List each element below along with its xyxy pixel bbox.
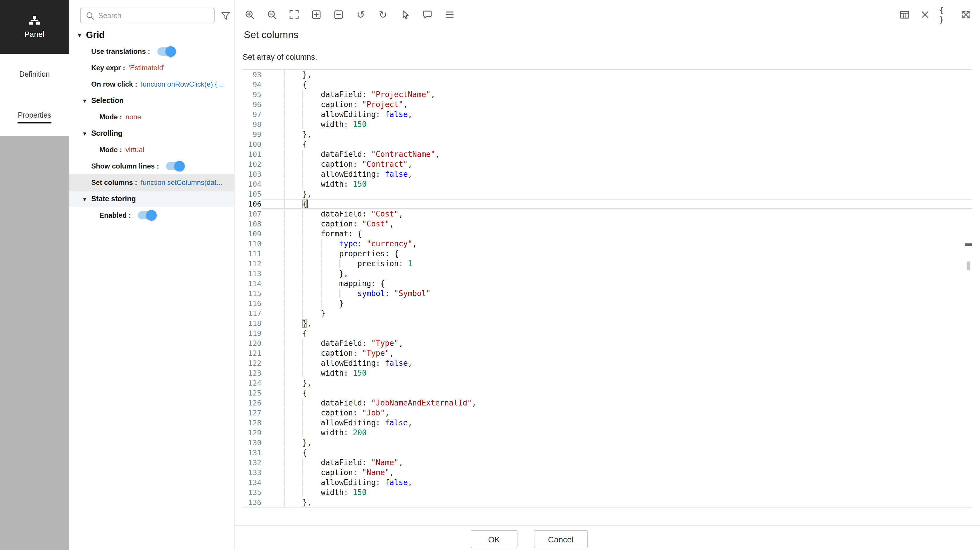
- property-value[interactable]: none: [126, 113, 141, 121]
- add-node-button[interactable]: [310, 8, 323, 21]
- line-number: 94: [243, 80, 261, 89]
- filter-button[interactable]: [220, 9, 232, 22]
- zoom-in-button[interactable]: [243, 8, 256, 21]
- ok-button[interactable]: OK: [471, 530, 517, 548]
- comment-button[interactable]: [421, 8, 434, 21]
- code-line-102[interactable]: caption: "Contract",: [261, 159, 972, 169]
- scrollbar-thumb[interactable]: [967, 261, 970, 270]
- code-line-134[interactable]: allowEditing: false,: [261, 477, 972, 488]
- cancel-button[interactable]: Cancel: [534, 530, 588, 548]
- rail-item-properties[interactable]: Properties: [0, 95, 69, 136]
- line-number: 128: [243, 418, 261, 428]
- collapse-arrow-icon[interactable]: ▾: [83, 196, 89, 202]
- code-line-97[interactable]: allowEditing: false,: [261, 109, 972, 120]
- tree-item-use-translations[interactable]: Use translations :: [69, 43, 234, 60]
- rail-item-definition[interactable]: Definition: [0, 54, 69, 95]
- code-line-109[interactable]: format: {: [261, 229, 972, 239]
- tree-group-state-storing[interactable]: ▾State storing: [69, 191, 234, 207]
- tree-item-key-expr[interactable]: Key expr :'EstimateId': [69, 60, 234, 76]
- tree-item-enabled[interactable]: Enabled :: [69, 207, 234, 223]
- code-line-135[interactable]: width: 150: [261, 488, 972, 497]
- code-line-131[interactable]: {: [261, 448, 972, 458]
- code-line-118[interactable]: },: [261, 318, 972, 328]
- collapse-arrow-icon[interactable]: ▾: [83, 97, 89, 104]
- toggle-switch[interactable]: [157, 48, 175, 56]
- redo-button[interactable]: ↻: [377, 8, 390, 21]
- tree-item-mode[interactable]: Mode :none: [69, 109, 234, 125]
- code-line-129[interactable]: width: 200: [261, 428, 972, 438]
- code-line-113[interactable]: },: [261, 269, 972, 279]
- code-line-96[interactable]: caption: "Project",: [261, 99, 972, 109]
- fit-screen-button[interactable]: [288, 8, 301, 21]
- toggle-switch[interactable]: [166, 162, 184, 170]
- code-line-94[interactable]: {: [261, 80, 972, 89]
- code-line-110[interactable]: type: "currency",: [261, 239, 972, 249]
- code-line-101[interactable]: dataField: "ContractName",: [261, 149, 972, 159]
- tree-group-grid[interactable]: ▾Grid: [69, 27, 234, 43]
- code-line-108[interactable]: caption: "Cost",: [261, 219, 972, 229]
- code-line-117[interactable]: }: [261, 308, 972, 318]
- code-line-125[interactable]: {: [261, 388, 972, 398]
- property-value[interactable]: virtual: [126, 146, 144, 154]
- code-line-132[interactable]: dataField: "Name",: [261, 458, 972, 467]
- code-line-93[interactable]: },: [261, 70, 972, 80]
- code-line-130[interactable]: },: [261, 438, 972, 448]
- remove-node-button[interactable]: [332, 8, 345, 21]
- code-line-121[interactable]: caption: "Type",: [261, 348, 972, 358]
- tree-item-set-columns[interactable]: Set columns :function setColumns(dat...: [69, 174, 234, 191]
- search-input[interactable]: Search: [80, 8, 215, 23]
- tree-group-scrolling[interactable]: ▾Scrolling: [69, 125, 234, 142]
- code-line-104[interactable]: width: 150: [261, 179, 972, 189]
- pointer-button[interactable]: [399, 8, 412, 21]
- expand-button[interactable]: [959, 8, 972, 21]
- line-number: 136: [243, 497, 261, 507]
- line-number: 114: [243, 279, 261, 289]
- collapse-arrow-icon[interactable]: ▾: [83, 130, 89, 137]
- close-icon: [919, 9, 931, 21]
- code-line-105[interactable]: },: [261, 189, 972, 199]
- tree-item-mode[interactable]: Mode :virtual: [69, 142, 234, 158]
- code-line-111[interactable]: properties: {: [261, 249, 972, 258]
- code-line-107[interactable]: dataField: "Cost",: [261, 209, 972, 219]
- code-line-99[interactable]: },: [261, 129, 972, 139]
- code-line-112[interactable]: precision: 1: [261, 258, 972, 269]
- property-value[interactable]: function setColumns(dat...: [141, 179, 222, 187]
- code-line-126[interactable]: dataField: "JobNameAndExternalId",: [261, 398, 972, 408]
- code-line-127[interactable]: caption: "Job",: [261, 408, 972, 418]
- tree-item-show-column-lines[interactable]: Show column lines :: [69, 158, 234, 174]
- toggle-switch[interactable]: [138, 211, 156, 219]
- code-line-115[interactable]: symbol: "Symbol": [261, 289, 972, 298]
- code-line-124[interactable]: },: [261, 378, 972, 388]
- line-number: 107: [243, 209, 261, 219]
- undo-button[interactable]: ↺: [354, 8, 367, 21]
- code-line-95[interactable]: dataField: "ProjectName",: [261, 89, 972, 99]
- code-line-123[interactable]: width: 150: [261, 368, 972, 378]
- code-line-122[interactable]: allowEditing: false,: [261, 358, 972, 368]
- scrollbar[interactable]: [964, 70, 972, 507]
- code-line-128[interactable]: allowEditing: false,: [261, 418, 972, 428]
- tree-group-selection[interactable]: ▾Selection: [69, 92, 234, 109]
- code-line-114[interactable]: mapping: {: [261, 279, 972, 289]
- code-view-button[interactable]: { }: [939, 8, 952, 21]
- code-line-98[interactable]: width: 150: [261, 120, 972, 129]
- code-line-103[interactable]: allowEditing: false,: [261, 169, 972, 179]
- code-line-120[interactable]: dataField: "Type",: [261, 338, 972, 348]
- table-view-button[interactable]: [898, 8, 911, 21]
- code-editor[interactable]: 9394959697989910010110210310410510610710…: [243, 69, 972, 508]
- property-value[interactable]: function onRowClick(e) { ...: [141, 80, 225, 88]
- zoom-out-button[interactable]: [266, 8, 278, 21]
- property-value[interactable]: 'EstimateId': [129, 64, 165, 72]
- tree-item-on-row-click[interactable]: On row click :function onRowClick(e) { .…: [69, 76, 234, 92]
- code-line-133[interactable]: caption: "Name",: [261, 467, 972, 477]
- line-number: 93: [243, 70, 261, 80]
- code-line-119[interactable]: {: [261, 328, 972, 338]
- pointer-icon: [399, 9, 411, 21]
- code-line-106[interactable]: {: [261, 199, 972, 209]
- line-number: 119: [243, 328, 261, 338]
- properties-list-button[interactable]: [443, 8, 456, 21]
- code-line-136[interactable]: },: [261, 497, 972, 507]
- collapse-arrow-icon[interactable]: ▾: [78, 32, 84, 38]
- code-line-116[interactable]: }: [261, 298, 972, 308]
- close-button[interactable]: [919, 8, 931, 21]
- code-line-100[interactable]: {: [261, 139, 972, 149]
